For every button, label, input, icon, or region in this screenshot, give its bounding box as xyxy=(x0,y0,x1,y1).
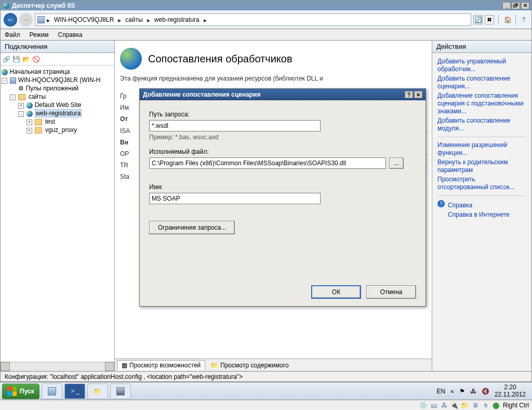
nav-back-button[interactable]: ← xyxy=(4,13,17,27)
refresh-button[interactable]: 🔄 xyxy=(473,15,483,24)
folder-icon xyxy=(18,94,25,100)
separator xyxy=(437,137,526,137)
menu-bar: Файл Режим Справка xyxy=(0,29,532,41)
address-bar: ← → WIN-HQOCV9QJ8LR сайты web-registratu… xyxy=(0,10,532,29)
dialog-close-button[interactable]: ✕ xyxy=(414,91,422,98)
menu-help[interactable]: Справка xyxy=(58,31,83,38)
grid-fragment: Гр xyxy=(120,90,127,102)
grid-fragment: TR xyxy=(120,160,128,171)
action-add-wildcard-script-map[interactable]: Добавление сопоставления сценария с подс… xyxy=(437,92,526,115)
menu-mode[interactable]: Режим xyxy=(30,31,49,38)
tree-vguz-proxy[interactable]: + vguz_proxy xyxy=(26,126,113,134)
view-tabs: ▦Просмотр возможностей 📁Просмотр содержи… xyxy=(115,359,432,371)
task-item-server-manager[interactable] xyxy=(42,383,62,399)
request-restrictions-button[interactable]: Ограничения запроса... xyxy=(149,221,235,234)
remove-icon[interactable]: 🚫 xyxy=(32,56,40,63)
separator xyxy=(437,195,526,196)
action-add-script-map[interactable]: Добавить сопоставление сценария... xyxy=(437,75,526,90)
grid-fragment: Вн xyxy=(120,137,128,148)
collapse-toggle[interactable]: - xyxy=(2,78,7,84)
chevron-right-icon[interactable] xyxy=(203,16,208,23)
home-button[interactable]: 🏠 xyxy=(503,15,512,24)
start-button[interactable]: Пуск xyxy=(2,383,39,399)
language-indicator[interactable]: EN xyxy=(437,388,446,395)
connections-toolbar: 🔗 💾 📂 🚫 xyxy=(1,53,114,65)
action-edit-feature-permissions[interactable]: Изменение разрешений функции... xyxy=(437,141,526,157)
action-add-managed-handler[interactable]: Добавить управляемый обработчик... xyxy=(437,58,526,73)
save-icon[interactable]: 💾 xyxy=(12,56,20,63)
vm-display-icon: 🖥 xyxy=(472,402,479,409)
tray-network-icon[interactable]: 🖧 xyxy=(470,388,476,395)
vm-disk-icon: 💿 xyxy=(420,402,427,409)
system-clock[interactable]: 2:20 22.11.2012 xyxy=(495,384,526,398)
name-input[interactable] xyxy=(149,193,321,204)
status-config-text: Конфигурация: "localhost" applicationHos… xyxy=(5,373,243,380)
system-tray: EN « ⚑ 🖧 🔇 2:20 22.11.2012 xyxy=(433,383,530,399)
stop-button[interactable]: ✖ xyxy=(485,15,494,24)
breadcrumb-site[interactable]: web-registratura xyxy=(152,16,202,23)
help-icon: ? xyxy=(437,200,445,207)
breadcrumb-host[interactable]: WIN-HQOCV9QJ8LR xyxy=(52,16,116,23)
collapse-toggle[interactable]: - xyxy=(10,95,16,100)
chevron-right-icon[interactable] xyxy=(46,16,51,23)
tab-features-view[interactable]: ▦Просмотр возможностей xyxy=(117,360,205,371)
expand-toggle[interactable]: + xyxy=(18,103,24,109)
feature-title: Сопоставления обработчиков xyxy=(148,53,292,65)
task-item-powershell[interactable]: ＞_ xyxy=(64,383,85,399)
tree-server[interactable]: - WIN-HQOCV9QJ8LR (WIN-H xyxy=(2,76,113,84)
cancel-button[interactable]: Отмена xyxy=(366,285,416,299)
chevron-right-icon[interactable] xyxy=(117,16,122,23)
task-item-explorer[interactable]: 📁 xyxy=(87,383,108,399)
restore-button[interactable]: 🗗 xyxy=(512,2,520,9)
breadcrumb[interactable]: WIN-HQOCV9QJ8LR сайты web-registratura xyxy=(35,14,471,26)
close-button[interactable]: ✕ xyxy=(521,2,529,9)
feature-icon xyxy=(120,48,142,70)
tree-app-pools[interactable]: ⚙ Пулы приложений xyxy=(10,84,113,92)
menu-file[interactable]: Файл xyxy=(5,31,20,38)
task-item-iis-manager[interactable] xyxy=(110,383,131,399)
tree-web-registratura[interactable]: - web-registratura xyxy=(18,109,113,117)
nav-forward-button[interactable]: → xyxy=(19,13,33,27)
connections-tree: Начальная страница - WIN-HQOCV9QJ8LR (WI… xyxy=(1,65,114,362)
minimize-button[interactable]: _ xyxy=(502,2,511,9)
action-help-online[interactable]: Справка в Интернете xyxy=(448,211,510,219)
server-icon xyxy=(37,16,45,23)
status-bar: Конфигурация: "localhost" applicationHos… xyxy=(0,372,532,382)
collapse-toggle[interactable]: - xyxy=(18,111,24,117)
vm-mouse-icon: 🖱 xyxy=(482,402,489,409)
connections-hscroll[interactable] xyxy=(1,362,114,371)
ok-button[interactable]: ОК xyxy=(311,285,361,299)
vm-usb-icon: 🔌 xyxy=(451,402,458,409)
actions-header: Действия xyxy=(432,41,531,53)
dialog-help-button[interactable]: ? xyxy=(405,91,413,98)
browse-button[interactable]: ... xyxy=(389,157,404,169)
action-view-ordered-list[interactable]: Просмотреть отсортированный список... xyxy=(437,176,526,191)
help-button[interactable]: ? xyxy=(519,15,528,24)
request-path-input[interactable] xyxy=(149,120,321,131)
name-label: Имя: xyxy=(149,183,416,191)
tab-content-view[interactable]: 📁Просмотр содержимого xyxy=(206,361,292,370)
tray-volume-icon[interactable]: 🔇 xyxy=(482,388,489,395)
tree-start-page[interactable]: Начальная страница xyxy=(2,68,113,76)
expand-toggle[interactable]: + xyxy=(26,128,32,134)
action-revert-to-parent[interactable]: Вернуть к родительским параметрам xyxy=(437,158,526,174)
vm-status-bar: 💿 🖴 🖧 🔌 📁 🖥 🖱 ⬤ Right Ctrl xyxy=(0,400,532,410)
app-window: Диспетчер служб IIS _ 🗗 ✕ ← → WIN-HQOCV9… xyxy=(0,0,532,410)
server-icon xyxy=(10,77,16,84)
tree-sites[interactable]: - сайты xyxy=(10,92,113,101)
tray-flag-icon[interactable]: ⚑ xyxy=(459,388,465,395)
feature-description: Эта функция предназначена для указания р… xyxy=(120,75,427,82)
chevron-right-icon[interactable] xyxy=(146,16,151,23)
request-path-label: Путь запроса: xyxy=(149,111,416,118)
action-add-module-mapping[interactable]: Добавить сопоставление модуля... xyxy=(437,117,526,133)
tree-test[interactable]: + test xyxy=(26,117,113,126)
connect-icon[interactable]: 🔗 xyxy=(3,56,10,63)
tree-default-site[interactable]: + Default Web Site xyxy=(18,101,113,109)
executable-input[interactable] xyxy=(149,157,386,169)
expand-toggle[interactable]: + xyxy=(26,120,32,125)
action-help[interactable]: Справка xyxy=(448,202,510,209)
tray-chevron-icon[interactable]: « xyxy=(450,388,454,395)
separator xyxy=(515,15,516,25)
open-icon[interactable]: 📂 xyxy=(22,56,30,63)
breadcrumb-sites[interactable]: сайты xyxy=(123,16,145,23)
